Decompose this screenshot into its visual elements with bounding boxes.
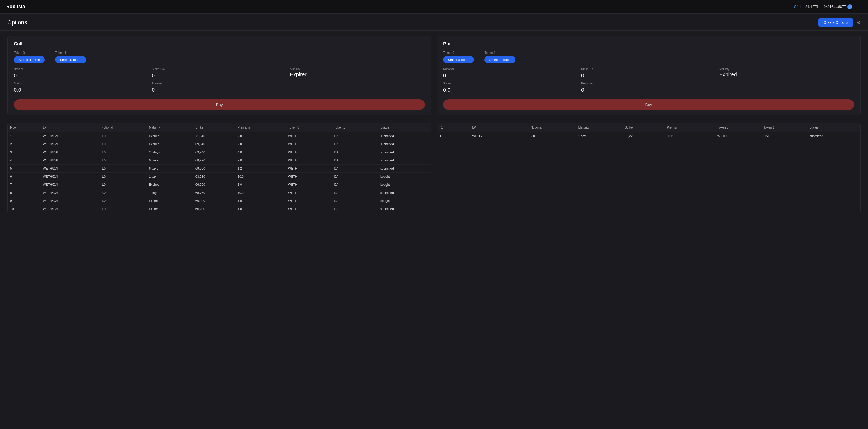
table-row[interactable]: 6WETH/DAI1.01 day68,58010.0WETHDAIbought bbox=[7, 173, 431, 181]
put-token0-label: Token 0 bbox=[443, 51, 474, 55]
put-col-row: Row bbox=[437, 123, 469, 132]
col-premium: Premium bbox=[235, 123, 285, 132]
put-maturity-group: Maturity Expired bbox=[719, 67, 854, 80]
call-panel-title: Call bbox=[14, 41, 425, 47]
call-token0-button[interactable]: Select a token bbox=[14, 56, 44, 63]
call-maturity-group: Maturity Expired bbox=[290, 67, 425, 80]
call-notional-label: Notional bbox=[14, 67, 149, 70]
table-row[interactable]: 3WETH/DAI3.028 days69,2404.0WETHDAIsubmi… bbox=[7, 148, 431, 156]
table-row[interactable]: 1WETH/DAI1.0Expired71,3402.0WETHDAIsubmi… bbox=[7, 132, 431, 140]
put-notional-label: Notional bbox=[443, 67, 578, 70]
call-maturity-label: Maturity bbox=[290, 67, 425, 70]
menu-dots[interactable]: ··· bbox=[856, 4, 862, 9]
options-panels: Call Token 0 Select a token Token 1 Sele… bbox=[7, 36, 861, 115]
call-panel: Call Token 0 Select a token Token 1 Sele… bbox=[7, 36, 431, 115]
put-maturity-value: Expired bbox=[719, 72, 854, 78]
put-premium-value: 0 bbox=[581, 86, 716, 94]
call-premium-value: 0 bbox=[152, 86, 287, 94]
call-token1-label: Token 1 bbox=[55, 51, 86, 55]
put-panel-title: Put bbox=[443, 41, 854, 47]
call-token-row: Token 0 Select a token Token 1 Select a … bbox=[14, 51, 425, 63]
call-strike-group: Strike Tick 0 bbox=[152, 67, 287, 80]
page-header-actions: Create Options ⚙ bbox=[818, 18, 861, 27]
put-strike-group: Strike Tick 0 bbox=[581, 67, 716, 80]
call-table: Row LP Notional Maturity Strike Premium … bbox=[7, 123, 431, 213]
call-maturity-value: Expired bbox=[290, 72, 425, 78]
table-row[interactable]: 8WETH/DAI2.01 day68,76010.0WETHDAIsubmit… bbox=[7, 189, 431, 197]
put-col-maturity: Maturity bbox=[576, 123, 622, 132]
topbar: Robusta Görli 24.4 ETH 0×016a...86F7 ··· bbox=[0, 0, 868, 13]
put-panel: Put Token 0 Select a token Token 1 Selec… bbox=[437, 36, 861, 115]
network-label: Görli bbox=[794, 5, 801, 9]
put-col-strike: Strike bbox=[622, 123, 664, 132]
call-fields-row2: Status 0.0 Premium 0 bbox=[14, 82, 425, 94]
put-status-group: Status 0.0 bbox=[443, 82, 578, 94]
put-notional-value: 0 bbox=[443, 72, 578, 80]
table-row[interactable]: 7WETH/DAI1.0Expired66,2901.0WETHDAIbough… bbox=[7, 181, 431, 189]
topbar-right: Görli 24.4 ETH 0×016a...86F7 ··· bbox=[794, 4, 862, 9]
call-premium-group: Premium 0 bbox=[152, 82, 287, 94]
put-status-label: Status bbox=[443, 82, 578, 85]
put-strike-value: 0 bbox=[581, 72, 716, 80]
call-strike-value: 0 bbox=[152, 72, 287, 80]
app-logo: Robusta bbox=[6, 4, 25, 9]
create-options-button[interactable]: Create Options bbox=[818, 18, 854, 27]
put-token0-group: Token 0 Select a token bbox=[443, 51, 474, 63]
put-token0-button[interactable]: Select a token bbox=[443, 56, 474, 63]
put-fields-row2: Status 0.0 Premium 0 bbox=[443, 82, 854, 94]
put-strike-label: Strike Tick bbox=[581, 67, 716, 70]
main-content: Call Token 0 Select a token Token 1 Sele… bbox=[0, 31, 868, 219]
page-title: Options bbox=[7, 19, 27, 26]
call-premium-label: Premium bbox=[152, 82, 287, 85]
put-col-status: Status bbox=[807, 123, 861, 132]
call-notional-value: 0 bbox=[14, 72, 149, 80]
globe-icon bbox=[847, 4, 852, 9]
put-token1-label: Token 1 bbox=[484, 51, 515, 55]
call-status-value: 0.0 bbox=[14, 86, 149, 94]
wallet-address: 0×016a...86F7 bbox=[824, 4, 852, 9]
table-row[interactable]: 4WETH/DAI1.06 days68,2202.0WETHDAIsubmit… bbox=[7, 156, 431, 165]
call-notional-group: Notional 0 bbox=[14, 67, 149, 80]
table-row[interactable]: 1WETH/DAI2.01 day65,2200.02WETHDAIsubmit… bbox=[437, 132, 861, 140]
call-status-group: Status 0.0 bbox=[14, 82, 149, 94]
col-strike: Strike bbox=[193, 123, 235, 132]
put-table-header: Row LP Notional Maturity Strike Premium … bbox=[437, 123, 861, 132]
col-status: Status bbox=[378, 123, 431, 132]
call-status-label: Status bbox=[14, 82, 149, 85]
put-col-notional: Notional bbox=[528, 123, 576, 132]
put-col-lp: LP bbox=[469, 123, 528, 132]
col-token0: Token 0 bbox=[285, 123, 332, 132]
call-token0-label: Token 0 bbox=[14, 51, 44, 55]
page-header: Options Create Options ⚙ bbox=[0, 13, 868, 31]
put-col-token1: Token 1 bbox=[761, 123, 807, 132]
col-token1: Token 1 bbox=[332, 123, 378, 132]
call-buy-button[interactable]: Buy bbox=[14, 99, 425, 110]
col-lp: LP bbox=[40, 123, 99, 132]
call-fields-row1: Notional 0 Strike Tick 0 Maturity Expire… bbox=[14, 67, 425, 80]
settings-icon[interactable]: ⚙ bbox=[857, 20, 861, 25]
put-status-value: 0.0 bbox=[443, 86, 578, 94]
put-premium-label: Premium bbox=[581, 82, 716, 85]
call-token0-group: Token 0 Select a token bbox=[14, 51, 44, 63]
put-col-premium: Premium bbox=[664, 123, 715, 132]
eth-balance: 24.4 ETH bbox=[805, 5, 820, 9]
put-table-wrapper: Row LP Notional Maturity Strike Premium … bbox=[437, 123, 861, 213]
put-premium-group: Premium 0 bbox=[581, 82, 716, 94]
call-token1-button[interactable]: Select a token bbox=[55, 56, 86, 63]
put-token1-group: Token 1 Select a token bbox=[484, 51, 515, 63]
col-notional: Notional bbox=[99, 123, 146, 132]
call-table-header: Row LP Notional Maturity Strike Premium … bbox=[7, 123, 431, 132]
put-table: Row LP Notional Maturity Strike Premium … bbox=[437, 123, 861, 140]
table-row[interactable]: 5WETH/DAI1.06 days69,0601.2WETHDAIsubmit… bbox=[7, 165, 431, 173]
put-buy-button[interactable]: Buy bbox=[443, 99, 854, 110]
put-maturity-label: Maturity bbox=[719, 67, 854, 70]
table-row[interactable]: 2WETH/DAI1.0Expired69,5402.0WETHDAIsubmi… bbox=[7, 140, 431, 148]
put-col-token0: Token 0 bbox=[715, 123, 761, 132]
table-row[interactable]: 9WETH/DAI1.0Expired66,2901.0WETHDAIbough… bbox=[7, 197, 431, 205]
put-token-row: Token 0 Select a token Token 1 Select a … bbox=[443, 51, 854, 63]
put-notional-group: Notional 0 bbox=[443, 67, 578, 80]
tables-section: Row LP Notional Maturity Strike Premium … bbox=[7, 123, 861, 213]
table-row[interactable]: 10WETH/DAI1.0Expired66,2001.0WETHDAIsubm… bbox=[7, 205, 431, 213]
call-token1-group: Token 1 Select a token bbox=[55, 51, 86, 63]
put-token1-button[interactable]: Select a token bbox=[484, 56, 515, 63]
